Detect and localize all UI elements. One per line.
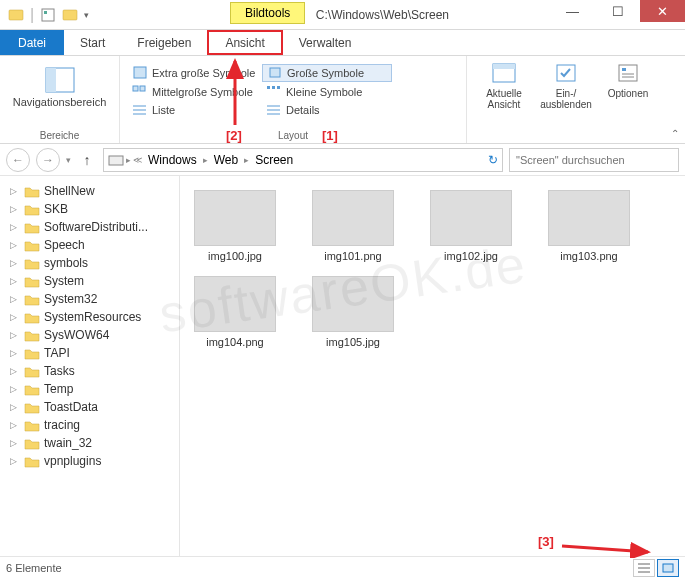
tree-node[interactable]: ▷Speech: [4, 236, 175, 254]
folder-icon: [24, 221, 40, 234]
tab-file[interactable]: Datei: [0, 30, 64, 55]
svg-rect-0: [9, 10, 23, 20]
chevron-right-icon[interactable]: ▷: [10, 348, 20, 358]
chevron-right-icon[interactable]: ▷: [10, 240, 20, 250]
folder-icon: [24, 383, 40, 396]
chevron-right-icon[interactable]: ▷: [10, 204, 20, 214]
tree-node[interactable]: ▷Temp: [4, 380, 175, 398]
navpane-label: Navigationsbereich: [13, 96, 107, 108]
tab-view[interactable]: Ansicht: [207, 30, 282, 55]
content-pane[interactable]: img100.jpgimg101.pngimg102.jpgimg103.png…: [180, 176, 685, 556]
collapse-ribbon-button[interactable]: ⌃: [665, 56, 685, 143]
chevron-right-icon[interactable]: ▷: [10, 294, 20, 304]
tree-node[interactable]: ▷symbols: [4, 254, 175, 272]
layout-large-icons[interactable]: Große Symbole: [262, 64, 392, 82]
chevron-right-icon[interactable]: ▸: [203, 155, 208, 165]
minimize-button[interactable]: —: [550, 0, 595, 22]
chevron-right-icon[interactable]: ▷: [10, 312, 20, 322]
title-bar: | ▾ Bildtools C:\Windows\Web\Screen — ☐ …: [0, 0, 685, 30]
options-button[interactable]: Optionen: [599, 62, 657, 141]
layout-small-icons[interactable]: Kleine Symbole: [262, 84, 392, 100]
show-hide-button[interactable]: Ein-/ ausblenden: [537, 62, 595, 141]
ribbon-tabs: Datei Start Freigeben Ansicht Verwalten: [0, 30, 685, 56]
tree-node[interactable]: ▷System32: [4, 290, 175, 308]
close-button[interactable]: ✕: [640, 0, 685, 22]
chevron-right-icon[interactable]: ▷: [10, 186, 20, 196]
layout-medium-icons[interactable]: Mittelgroße Symbole: [128, 84, 258, 100]
crumb-screen[interactable]: Screen: [251, 153, 297, 167]
navigation-pane-button[interactable]: Navigationsbereich: [8, 60, 111, 108]
tree-node[interactable]: ▷vpnplugins: [4, 452, 175, 470]
folder-icon: [24, 329, 40, 342]
qat-dropdown-icon[interactable]: ▾: [84, 10, 89, 20]
tab-start[interactable]: Start: [64, 30, 121, 55]
svg-rect-25: [663, 564, 673, 572]
chevron-right-icon[interactable]: ▷: [10, 456, 20, 466]
tab-manage[interactable]: Verwalten: [283, 30, 368, 55]
tree-node[interactable]: ▷System: [4, 272, 175, 290]
thumbnail-image: [312, 190, 394, 246]
layout-extra-large-icons[interactable]: Extra große Symbole: [128, 64, 258, 82]
search-input[interactable]: [509, 148, 679, 172]
chevron-right-icon[interactable]: ▷: [10, 438, 20, 448]
tree-node[interactable]: ▷ToastData: [4, 398, 175, 416]
tree-node[interactable]: ▷SKB: [4, 200, 175, 218]
layout-details[interactable]: Details: [262, 102, 392, 118]
thumbnail[interactable]: img101.png: [308, 190, 398, 262]
details-view-button[interactable]: [633, 559, 655, 577]
layout-list[interactable]: Liste: [128, 102, 258, 118]
tree-label: SysWOW64: [44, 328, 109, 342]
up-button[interactable]: ↑: [77, 150, 97, 170]
new-folder-icon[interactable]: [62, 7, 78, 23]
forward-button[interactable]: →: [36, 148, 60, 172]
chevron-right-icon[interactable]: ▷: [10, 258, 20, 268]
thumbnail-image: [194, 276, 276, 332]
refresh-icon[interactable]: ↻: [488, 153, 498, 167]
tree-node[interactable]: ▷TAPI: [4, 344, 175, 362]
thumbnail[interactable]: img103.png: [544, 190, 634, 262]
icons-view-button[interactable]: [657, 559, 679, 577]
status-bar: 6 Elemente: [0, 556, 685, 578]
tree-node[interactable]: ▷SystemResources: [4, 308, 175, 326]
chevron-right-icon[interactable]: ▷: [10, 420, 20, 430]
crumb-web[interactable]: Web: [210, 153, 242, 167]
thumbnail[interactable]: img104.png: [190, 276, 280, 348]
tree-node[interactable]: ▷SoftwareDistributi...: [4, 218, 175, 236]
thumbnail[interactable]: img102.jpg: [426, 190, 516, 262]
small-icon: [266, 85, 282, 99]
breadcrumb-bar[interactable]: ▸ ≪ Windows ▸ Web ▸ Screen ↻: [103, 148, 503, 172]
back-button[interactable]: ←: [6, 148, 30, 172]
chevron-right-icon[interactable]: ▷: [10, 222, 20, 232]
contextual-tab-bildtools[interactable]: Bildtools: [230, 2, 305, 24]
showhide-icon: [552, 62, 580, 86]
tree-node[interactable]: ▷Tasks: [4, 362, 175, 380]
folder-icon: [24, 347, 40, 360]
history-dropdown-icon[interactable]: ▾: [66, 155, 71, 165]
tree-label: tracing: [44, 418, 80, 432]
tab-share[interactable]: Freigeben: [121, 30, 207, 55]
maximize-button[interactable]: ☐: [595, 0, 640, 22]
properties-icon[interactable]: [40, 7, 56, 23]
thumbnail[interactable]: img105.jpg: [308, 276, 398, 348]
navpane-icon: [44, 66, 76, 94]
chevron-right-icon[interactable]: ▸: [244, 155, 249, 165]
tree-node[interactable]: ▷SysWOW64: [4, 326, 175, 344]
folder-icon: [24, 311, 40, 324]
chevron-right-icon[interactable]: ▷: [10, 402, 20, 412]
current-view-button[interactable]: Aktuelle Ansicht: [475, 62, 533, 141]
chevron-right-icon[interactable]: ▷: [10, 330, 20, 340]
tree-node[interactable]: ▷twain_32: [4, 434, 175, 452]
thumbnail[interactable]: img100.jpg: [190, 190, 280, 262]
chevron-right-icon[interactable]: ▸: [126, 155, 131, 165]
crumb-windows[interactable]: Windows: [144, 153, 201, 167]
chevron-right-icon[interactable]: ▷: [10, 366, 20, 376]
thumbnail-image: [312, 276, 394, 332]
chevron-right-icon[interactable]: ≪: [133, 155, 142, 165]
folder-tree[interactable]: ▷ShellNew▷SKB▷SoftwareDistributi...▷Spee…: [0, 176, 180, 556]
folder-icon: [24, 185, 40, 198]
chevron-right-icon[interactable]: ▷: [10, 276, 20, 286]
chevron-right-icon[interactable]: ▷: [10, 384, 20, 394]
svg-rect-23: [622, 68, 626, 71]
tree-node[interactable]: ▷tracing: [4, 416, 175, 434]
tree-node[interactable]: ▷ShellNew: [4, 182, 175, 200]
